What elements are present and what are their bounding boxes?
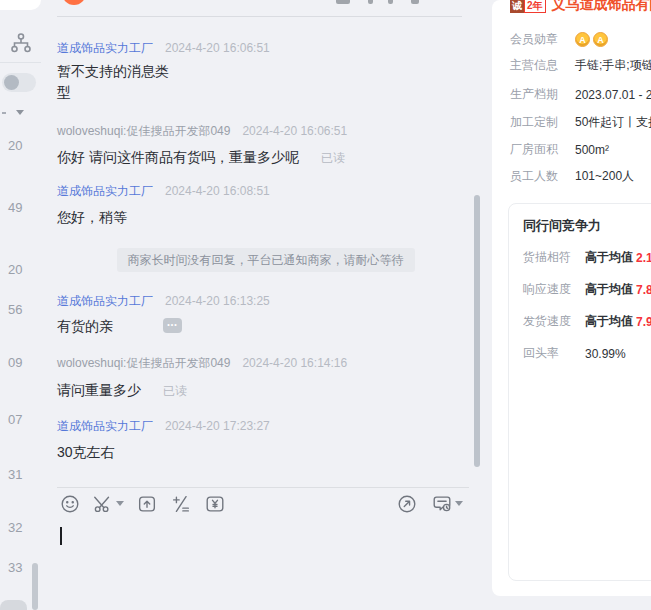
competition-title: 同行间竞争力 xyxy=(523,217,651,235)
info-row: 员工人数101~200人 xyxy=(510,168,634,185)
clipped-header-icon xyxy=(411,0,419,4)
company-name[interactable]: 义乌道成饰品有限公司 xyxy=(552,0,651,14)
emoji-icon[interactable] xyxy=(59,493,81,515)
sender-name[interactable]: 道成饰品实力工厂 xyxy=(57,419,153,433)
clipped-label xyxy=(2,112,6,114)
message-header: 道成饰品实力工厂2024-4-20 16:06:51 xyxy=(57,40,270,57)
transfer-icon[interactable] xyxy=(396,493,418,515)
competition-row: 发货速度 高于均值 7.94% xyxy=(523,313,651,330)
competition-row: 货描相符 高于均值 2.19% xyxy=(523,249,651,266)
chat-panel: 道成饰品实力工厂2024-4-20 16:06:51 暂不支持的消息类型 wol… xyxy=(48,0,483,610)
chat-scrollbar[interactable] xyxy=(474,195,480,467)
message-more-icon[interactable]: ••• xyxy=(163,318,182,333)
divider xyxy=(57,487,469,488)
info-row: 生产档期2023.07.01 - 2024.06.30 xyxy=(510,86,651,103)
competition-row: 回头率 30.99% xyxy=(523,345,651,362)
message-time: 2024-4-20 16:13:25 xyxy=(165,294,270,308)
message-time: 2024-4-20 17:23:27 xyxy=(165,419,270,433)
chevron-down-icon[interactable] xyxy=(455,501,463,506)
message-header: 道成饰品实力工厂2024-4-20 16:13:25 xyxy=(57,293,270,310)
message-text: 有货的亲 xyxy=(57,316,113,337)
sender-name[interactable]: woloveshuqi:促佳搜品开发部049 xyxy=(57,356,230,370)
chevron-down-icon[interactable] xyxy=(116,501,124,506)
message-time: 2024-4-20 16:06:51 xyxy=(242,124,347,138)
avatar[interactable] xyxy=(62,0,86,5)
system-notice: 商家长时间没有回复，平台已通知商家，请耐心等待 xyxy=(117,248,415,272)
medal-icon: A xyxy=(575,32,590,47)
chevron-down-icon xyxy=(16,110,24,115)
clipped-header-icon xyxy=(368,0,373,4)
list-item-time[interactable]: 07 xyxy=(8,412,38,427)
competition-row: 响应速度 高于均值 7.83% xyxy=(523,281,651,298)
list-item-time[interactable]: 32 xyxy=(8,520,38,535)
list-scrollbar[interactable] xyxy=(32,563,38,610)
sort-dropdown[interactable] xyxy=(2,103,42,115)
text-cursor xyxy=(60,527,62,545)
quote-icon[interactable] xyxy=(170,493,192,515)
list-item-time[interactable]: 49 xyxy=(8,200,38,215)
clipped-top-card xyxy=(0,0,41,10)
info-row: 主营信息手链;手串;项链;手镯 xyxy=(510,57,651,74)
message-header: woloveshuqi:促佳搜品开发部0492024-4-20 16:06:51 xyxy=(57,123,347,140)
seller-info-panel: 诚2年 义乌道成饰品有限公司 会员勋章 AA 主营信息手链;手串;项链;手镯 生… xyxy=(492,0,651,596)
chengxintong-badge: 诚2年 xyxy=(510,0,546,13)
file-upload-icon[interactable] xyxy=(136,493,158,515)
seller-title-row: 诚2年 义乌道成饰品有限公司 xyxy=(510,0,651,15)
screenshot-scissors-icon[interactable] xyxy=(92,493,114,515)
list-item-time[interactable]: 20 xyxy=(8,262,38,277)
medal-icon: A xyxy=(593,32,608,47)
org-chart-icon[interactable] xyxy=(9,31,33,55)
sender-name[interactable]: woloveshuqi:促佳搜品开发部049 xyxy=(57,124,230,138)
clipped-header-icon xyxy=(388,0,393,4)
info-row: 加工定制50件起订丨支持来样加工 xyxy=(510,114,651,131)
sender-name[interactable]: 道成饰品实力工厂 xyxy=(57,294,153,308)
message-input[interactable] xyxy=(48,520,483,610)
message-time: 2024-4-20 16:08:51 xyxy=(165,184,270,198)
divider xyxy=(57,16,462,17)
read-status: 已读 xyxy=(321,151,345,165)
sender-name[interactable]: 道成饰品实力工厂 xyxy=(57,41,153,55)
chat-history-icon[interactable] xyxy=(431,493,453,515)
sender-name[interactable]: 道成饰品实力工厂 xyxy=(57,184,153,198)
clipped-header-icon xyxy=(336,0,350,4)
list-item-time[interactable]: 09 xyxy=(8,355,38,370)
message-text: 30克左右 xyxy=(57,442,115,463)
list-item-time[interactable]: 56 xyxy=(8,302,38,317)
list-item-time[interactable]: 31 xyxy=(8,467,38,482)
message-text: 您好，稍等 xyxy=(57,207,127,228)
info-row: 厂房面积500m² xyxy=(510,141,609,158)
message-time: 2024-4-20 16:14:16 xyxy=(242,356,347,370)
medal-icons: AA xyxy=(575,32,611,48)
conversation-list-edge: 20 49 20 56 09 07 31 32 33 xyxy=(0,0,48,610)
clipped-bottom-card xyxy=(0,600,27,610)
message-header: 道成饰品实力工厂2024-4-20 16:08:51 xyxy=(57,183,270,200)
info-row-medals: 会员勋章 AA xyxy=(510,31,611,48)
message-header: woloveshuqi:促佳搜品开发部0492024-4-20 16:14:16 xyxy=(57,355,347,372)
status-toggle[interactable] xyxy=(2,73,36,92)
message-text: 你好 请问这件商品有货吗，重量多少呢已读 xyxy=(57,147,345,169)
message-header: 道成饰品实力工厂2024-4-20 17:23:27 xyxy=(57,418,270,435)
divider xyxy=(0,62,41,63)
transaction-yen-icon[interactable] xyxy=(204,493,226,515)
competition-card: 同行间竞争力 货描相符 高于均值 2.19% 响应速度 高于均值 7.83% 发… xyxy=(508,203,651,581)
message-text: 请问重量多少已读 xyxy=(57,380,187,402)
read-status: 已读 xyxy=(163,384,187,398)
list-item-time[interactable]: 20 xyxy=(8,138,38,153)
message-time: 2024-4-20 16:06:51 xyxy=(165,41,270,55)
message-text: 暂不支持的消息类型 xyxy=(57,61,175,103)
